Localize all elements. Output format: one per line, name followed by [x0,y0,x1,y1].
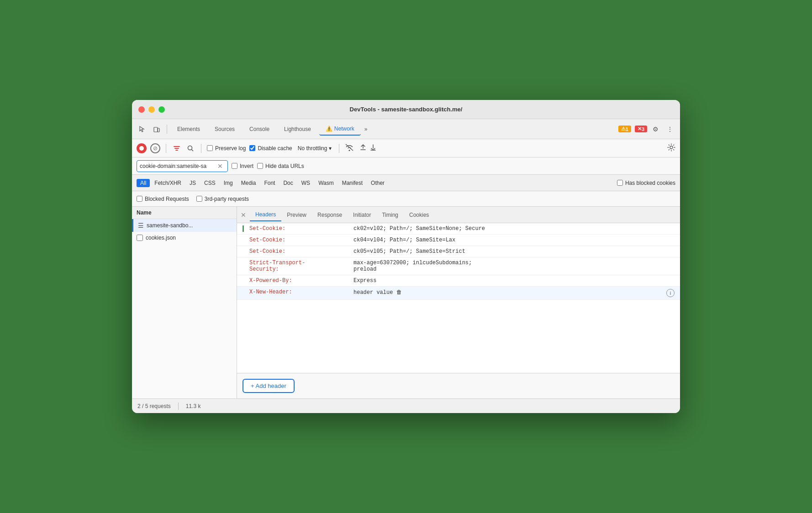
file-item-cookies[interactable]: cookies.json [132,232,237,244]
header-row: X-Powered-By: Express [237,275,680,287]
invert-checkbox[interactable]: Invert [232,163,253,169]
transfer-size: 11.3 k [186,403,201,409]
close-panel-icon[interactable]: ✕ [241,211,246,219]
minimize-button[interactable] [148,106,155,113]
tab-network[interactable]: ⚠️ Network [319,123,361,136]
info-icon[interactable]: i [666,289,675,297]
type-filter-css[interactable]: CSS [200,179,219,187]
detail-tab-headers[interactable]: Headers [250,209,281,221]
warning-icon: ⚠️ [326,126,332,132]
extra-filters: Blocked Requests 3rd-party requests [132,191,680,207]
type-filter-font[interactable]: Font [260,179,279,187]
throttle-dropdown[interactable]: No throttling ▾ [296,144,334,152]
clear-button[interactable]: ⊘ [150,143,160,153]
offline-icon[interactable] [345,144,354,152]
more-tabs-icon[interactable]: » [363,125,369,133]
import-export [359,144,377,152]
header-indicator [243,277,244,284]
filter-icon[interactable] [172,143,182,153]
type-filter-ws[interactable]: WS [298,179,314,187]
header-row: Set-Cookie: ck02=vl02; Path=/; SameSite=… [237,223,680,235]
header-row: Set-Cookie: ck05=vl05; Path=/; SameSite=… [237,246,680,257]
error-badge: ✕ 3 [635,126,647,132]
upload-icon[interactable] [359,144,367,152]
type-filter-all[interactable]: All [137,179,150,187]
cursor-icon[interactable] [136,123,148,136]
type-filter-img[interactable]: Img [220,179,237,187]
main-toolbar: Elements Sources Console Lighthouse ⚠️ N… [132,119,680,139]
error-icon-sm: ✕ [638,126,642,132]
svg-rect-1 [158,128,159,132]
add-header-area: + Add header [237,373,680,398]
close-button[interactable] [138,106,145,113]
request-count: 2 / 5 requests [137,403,171,409]
third-party-checkbox[interactable]: 3rd-party requests [196,196,249,202]
type-filter-media[interactable]: Media [237,179,260,187]
type-filter-fetch[interactable]: Fetch/XHR [151,179,185,187]
header-row: Strict-Transport- Security: max-age=6307… [237,257,680,275]
add-header-button[interactable]: + Add header [243,379,295,393]
separator [201,144,201,153]
svg-point-2 [188,146,192,150]
file-item-samesite[interactable]: ☰ samesite-sandbo... [132,219,237,232]
svg-rect-0 [154,127,158,132]
hide-data-urls-checkbox[interactable]: Hide data URLs [257,163,304,169]
detail-tab-response[interactable]: Response [312,209,348,221]
preserve-log-checkbox[interactable]: Preserve log [207,145,246,152]
main-area: Name ☰ samesite-sandbo... cookies.json ✕… [132,207,680,398]
network-settings-icon[interactable] [667,143,675,153]
header-indicator [243,260,244,272]
settings-icon[interactable]: ⚙ [649,123,662,136]
maximize-button[interactable] [158,106,165,113]
type-filter-doc[interactable]: Doc [279,179,296,187]
tab-console[interactable]: Console [243,123,276,135]
file-list-header: Name [132,207,237,219]
type-filter-other[interactable]: Other [367,179,388,187]
more-options-icon[interactable]: ⋮ [664,123,676,136]
device-icon[interactable] [150,123,163,136]
record-button[interactable] [137,143,147,153]
detail-tabs: ✕ Headers Preview Response Initiator Tim… [237,207,680,223]
status-bar: 2 / 5 requests 11.3 k [132,398,680,413]
detail-panel: ✕ Headers Preview Response Initiator Tim… [237,207,680,398]
detail-tab-cookies[interactable]: Cookies [404,209,434,221]
network-toolbar: ⊘ Preserve log Disable cache No throttli… [132,139,680,157]
detail-tab-timing[interactable]: Timing [376,209,404,221]
titlebar: DevTools - samesite-sandbox.glitch.me/ [132,100,680,119]
filter-input-wrapper: ✕ [137,160,228,172]
detail-tab-initiator[interactable]: Initiator [348,209,376,221]
detail-tab-preview[interactable]: Preview [281,209,312,221]
file-list: Name ☰ samesite-sandbo... cookies.json [132,207,237,398]
file-icon-doc: ☰ [138,222,144,229]
chevron-down-icon: ▾ [329,145,332,152]
warning-badge: ⚠ 1 [618,126,631,132]
warning-icon-sm: ⚠ [621,126,626,132]
type-filter-js[interactable]: JS [186,179,200,187]
header-row-new: X-New-Header: header value 🗑 i [237,287,680,300]
record-inner [139,146,144,151]
svg-line-3 [192,149,194,151]
type-filters: All Fetch/XHR JS CSS Img Media Font Doc … [132,175,680,191]
disable-cache-checkbox[interactable]: Disable cache [249,145,292,152]
blocked-requests-checkbox[interactable]: Blocked Requests [137,196,189,202]
tab-elements[interactable]: Elements [171,123,206,135]
header-indicator [243,289,244,297]
tab-lighthouse[interactable]: Lighthouse [278,123,317,135]
toolbar-right: ⚠ 1 ✕ 3 ⚙ ⋮ [617,123,676,136]
window-title: DevTools - samesite-sandbox.glitch.me/ [350,106,463,113]
separator [166,144,166,153]
tab-sources[interactable]: Sources [208,123,241,135]
header-indicator [243,237,244,243]
download-icon[interactable] [369,144,377,152]
filter-input[interactable] [140,163,217,169]
headers-panel: Set-Cookie: ck02=vl02; Path=/; SameSite=… [237,223,680,373]
header-row-actions: i [666,289,675,297]
type-filter-wasm[interactable]: Wasm [315,179,337,187]
header-indicator [243,225,244,232]
file-checkbox[interactable] [137,235,143,241]
header-indicator [243,248,244,255]
filter-clear-icon[interactable]: ✕ [217,163,223,169]
search-icon[interactable] [185,143,195,153]
type-filter-manifest[interactable]: Manifest [338,179,366,187]
has-blocked-cookies-checkbox[interactable]: Has blocked cookies [617,180,675,186]
